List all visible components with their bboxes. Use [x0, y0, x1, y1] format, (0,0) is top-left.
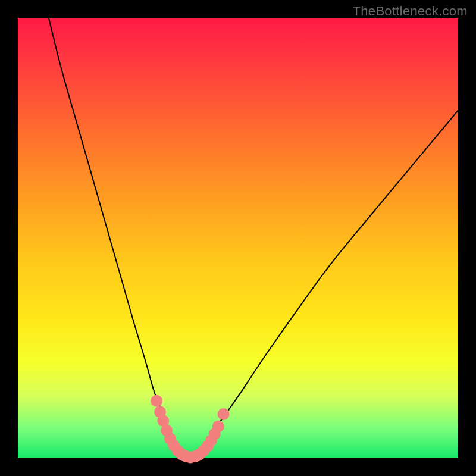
marker-group [151, 395, 229, 464]
marker-dot [151, 395, 162, 407]
curve-left-arm [49, 18, 185, 458]
marker-dot [212, 421, 224, 433]
plot-area [18, 18, 458, 458]
chart-frame: TheBottleneck.com [0, 0, 476, 476]
curve-layer [18, 18, 458, 458]
curve-right-arm [185, 110, 458, 458]
marker-dot [218, 408, 230, 420]
watermark-text: TheBottleneck.com [353, 4, 468, 19]
